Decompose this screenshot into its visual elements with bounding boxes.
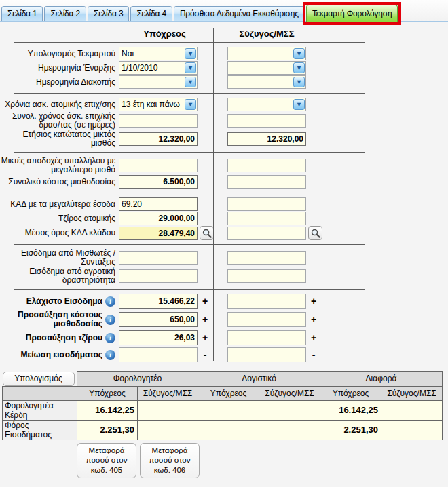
input-eisodima-agrotiki-right[interactable]: [227, 269, 306, 283]
chevron-down-icon[interactable]: ▾: [185, 77, 196, 87]
dropdown-ypologismos-tekmartou-left[interactable]: Ναι▾: [119, 47, 198, 60]
form-row: Εισόδημα από Μισθωτές / Συντάξεις: [0, 249, 448, 267]
field-label: Τζίρος ατομικής: [58, 214, 115, 223]
field-label: Συνολικό κόστος μισθοδοσίας: [8, 178, 115, 187]
section-separator: [14, 152, 365, 153]
info-icon[interactable]: i: [105, 296, 115, 307]
table-subheader: Υπόχρεος: [198, 386, 259, 400]
field-label: Μικτές αποδοχές υπαλλήλου με μεγαλύτερο …: [0, 157, 115, 174]
input-eisodima-misthotes-left[interactable]: [119, 251, 198, 265]
input-prosafxisi-tzirou-left[interactable]: [119, 330, 198, 345]
dropdown-imerominia-enarxis-left[interactable]: 1/10/2010▾: [119, 61, 198, 75]
tab-tekmarti-forologisi[interactable]: Τεκμαρτή Φορολόγηση: [306, 5, 398, 22]
table-row: Φορολογητέα Κέρδη 16.142,25 16.142,25: [3, 400, 443, 420]
form-row: ΚΑΔ με τα μεγαλύτερα έσοδα: [0, 197, 448, 211]
info-icon[interactable]: i: [105, 333, 115, 343]
table-group-diafora: Διαφορά: [320, 372, 443, 387]
search-kad-button-left[interactable]: [200, 226, 214, 240]
section-separator: [14, 244, 365, 245]
transfer-406-button[interactable]: Μεταφορά ποσού στον κωδ. 406: [140, 443, 200, 479]
tab-bar: Σελίδα 1 Σελίδα 2 Σελίδα 3 Σελίδα 4 Πρόσ…: [0, 0, 448, 22]
input-elaxisto-eisodima-right[interactable]: [227, 294, 306, 309]
input-tziros-atomikis-left[interactable]: [119, 212, 198, 225]
field-label: ΚΑΔ με τα μεγαλύτερα έσοδα: [10, 200, 115, 209]
tab-selida-4[interactable]: Σελίδα 4: [130, 6, 172, 21]
chevron-down-icon[interactable]: ▾: [293, 99, 305, 110]
tab-selida-3[interactable]: Σελίδα 3: [88, 6, 129, 21]
dropdown-imerominia-diakopis-left[interactable]: ▾: [119, 75, 198, 89]
form-row: Τζίρος ατομικής: [0, 212, 448, 225]
input-tziros-atomikis-right[interactable]: [227, 212, 306, 225]
column-header-obligor: Υπόχρεος: [115, 28, 214, 39]
input-prosafxisi-tzirou-right[interactable]: [227, 330, 306, 345]
field-label: Μέσος όρος ΚΑΔ κλάδου: [25, 229, 115, 237]
table-cell: [138, 420, 198, 440]
input-meiosi-eisodimatos-left[interactable]: [119, 347, 198, 362]
input-etisios-misthos-left[interactable]: [119, 132, 198, 146]
table-subheader: Σύζυγος/ΜΣΣ: [259, 386, 320, 400]
table-subheader: Υπόχρεος: [77, 386, 138, 400]
input-miktes-apodoxes-right[interactable]: [227, 159, 306, 172]
operator-sign: -: [201, 349, 209, 360]
table-cell: [198, 400, 259, 420]
field-label: Χρόνια ασκ. ατομικής επιχ/σης: [5, 100, 115, 109]
chevron-down-icon[interactable]: ▾: [185, 99, 196, 110]
tab-selida-2[interactable]: Σελίδα 2: [44, 6, 86, 21]
input-etisios-misthos-right[interactable]: [227, 132, 306, 146]
field-label: Μείωση εισοδήματος: [20, 351, 102, 359]
table-cell: 16.142,25: [77, 400, 138, 420]
table-cell: 2.251,30: [320, 420, 381, 440]
input-eisodima-agrotiki-left[interactable]: [119, 269, 198, 283]
input-kad-esoda-right[interactable]: [227, 197, 306, 211]
dropdown-imerominia-diakopis-right[interactable]: ▾: [227, 75, 306, 89]
input-kostos-misthodosias-right[interactable]: [227, 175, 306, 189]
input-miktes-apodoxes-left[interactable]: [119, 159, 198, 172]
dropdown-xronia-askisis-right[interactable]: ▾: [227, 98, 306, 111]
input-elaxisto-eisodima-left[interactable]: [119, 294, 198, 309]
dropdown-value: 1/10/2010: [119, 63, 185, 73]
operator-sign: +: [201, 332, 209, 343]
field-label: Εισόδημα από αγροτική δραστηριότητα: [0, 267, 115, 285]
input-mesos-oros-kad-right[interactable]: [227, 227, 306, 240]
search-kad-button-right[interactable]: [308, 226, 322, 240]
form-row: Συνολικό κόστος μισθοδοσίας: [0, 175, 448, 189]
input-eisodima-misthotes-right[interactable]: [227, 251, 306, 265]
input-kad-esoda-left[interactable]: [119, 197, 198, 211]
dropdown-imerominia-enarxis-right[interactable]: ▾: [227, 61, 306, 75]
dropdown-xronia-askisis-left[interactable]: 13 έτη και πάνω▾: [119, 98, 198, 111]
input-prosafxisi-kostous-right[interactable]: [227, 312, 306, 327]
magnifier-icon: [202, 229, 212, 238]
input-meiosi-eisodimatos-right[interactable]: [227, 347, 306, 362]
field-label: Ελάχιστο Εισόδημα: [26, 297, 102, 306]
table-cell-empty: [3, 386, 77, 400]
tab-selida-1[interactable]: Σελίδα 1: [1, 6, 43, 21]
form-row: Ημερομηνία Διακοπής ▾ ▾: [0, 75, 448, 89]
chevron-down-icon[interactable]: ▾: [185, 48, 196, 59]
table-cell: [138, 400, 198, 420]
operator-sign: +: [310, 332, 318, 343]
operator-sign: +: [310, 314, 318, 325]
chevron-down-icon[interactable]: ▾: [185, 62, 196, 73]
chevron-down-icon[interactable]: ▾: [293, 62, 305, 73]
input-synolikos-xronos-right[interactable]: [227, 114, 306, 128]
info-icon[interactable]: i: [105, 315, 115, 325]
section-separator: [14, 42, 365, 43]
chevron-down-icon[interactable]: ▾: [293, 77, 305, 87]
input-prosafxisi-kostous-left[interactable]: [119, 312, 198, 327]
calculation-button[interactable]: Υπολογισμός: [3, 372, 75, 386]
transfer-405-button[interactable]: Μεταφορά ποσού στον κωδ. 405: [77, 443, 136, 479]
field-label: Υπολογισμός Τεκμαρτού: [28, 50, 115, 58]
table-cell: [381, 420, 443, 440]
input-kostos-misthodosias-left[interactable]: [119, 175, 198, 189]
input-synolikos-xronos-left[interactable]: [119, 114, 198, 128]
input-mesos-oros-kad-left[interactable]: [119, 227, 198, 240]
dropdown-ypologismos-tekmartou-right[interactable]: ▾: [227, 47, 306, 60]
tab-prostheta-dedomena[interactable]: Πρόσθετα Δεδομένα Εκκαθάρισης: [174, 6, 305, 21]
table-cell: [259, 420, 320, 440]
chevron-down-icon[interactable]: ▾: [293, 48, 305, 59]
table-subheader: Σύζυγος/ΜΣΣ: [381, 386, 443, 400]
results-table: Υπολογισμός Φορολογητέο Λογιστικό Διαφορ…: [2, 371, 443, 440]
info-icon[interactable]: i: [105, 350, 115, 360]
operator-sign: -: [310, 349, 318, 360]
tab-label: Σελίδα 1: [7, 9, 37, 18]
